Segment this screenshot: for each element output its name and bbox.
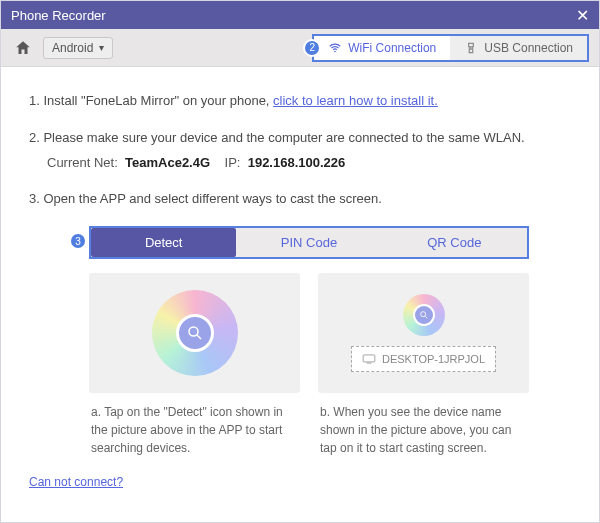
svg-rect-4 bbox=[363, 355, 375, 362]
cast-tab-detect[interactable]: Detect bbox=[91, 228, 236, 257]
cast-tab-pin[interactable]: PIN Code bbox=[236, 228, 381, 257]
close-icon[interactable]: ✕ bbox=[576, 6, 589, 25]
device-chip: DESKTOP-1JRPJOL bbox=[351, 346, 496, 372]
instruction-2: 2. Please make sure your device and the … bbox=[29, 128, 571, 174]
platform-selected: Android bbox=[52, 41, 93, 55]
device-name: DESKTOP-1JRPJOL bbox=[382, 353, 485, 365]
cast-tab-qr[interactable]: QR Code bbox=[382, 228, 527, 257]
svg-point-3 bbox=[420, 312, 425, 317]
ip-value: 192.168.100.226 bbox=[248, 155, 346, 170]
detect-icon-small bbox=[413, 304, 435, 326]
current-net-label: Current Net: bbox=[47, 155, 118, 170]
detect-illustration-b: DESKTOP-1JRPJOL bbox=[318, 273, 529, 393]
svg-rect-1 bbox=[469, 43, 474, 47]
install-help-link[interactable]: click to learn how to install it. bbox=[273, 93, 438, 108]
step-badge-2: 2 bbox=[303, 39, 321, 57]
home-icon bbox=[14, 39, 32, 57]
wifi-connection-label: WiFi Connection bbox=[348, 41, 436, 55]
monitor-icon bbox=[362, 354, 376, 364]
wifi-icon bbox=[328, 41, 342, 55]
caption-b: b. When you see the device name shown in… bbox=[318, 403, 529, 457]
usb-icon bbox=[464, 41, 478, 55]
connection-type-group: WiFi Connection USB Connection bbox=[312, 34, 589, 62]
color-ring-icon-small bbox=[403, 294, 445, 336]
svg-point-2 bbox=[189, 327, 198, 336]
instruction-1: 1. Install "FoneLab Mirror" on your phon… bbox=[29, 91, 571, 112]
usb-connection-tab[interactable]: USB Connection bbox=[450, 36, 587, 60]
platform-select[interactable]: Android ▾ bbox=[43, 37, 113, 59]
detect-illustration-a bbox=[89, 273, 300, 393]
detect-icon bbox=[176, 314, 214, 352]
instruction-3: 3. Open the APP and select different way… bbox=[29, 189, 571, 210]
caption-a: a. Tap on the "Detect" icon shown in the… bbox=[89, 403, 300, 457]
current-net-value: TeamAce2.4G bbox=[125, 155, 210, 170]
usb-connection-label: USB Connection bbox=[484, 41, 573, 55]
wifi-connection-tab[interactable]: WiFi Connection bbox=[314, 36, 450, 60]
home-button[interactable] bbox=[11, 36, 35, 60]
svg-point-0 bbox=[334, 50, 336, 52]
window-title: Phone Recorder bbox=[11, 8, 106, 23]
chevron-down-icon: ▾ bbox=[99, 42, 104, 53]
step-badge-3: 3 bbox=[69, 232, 87, 250]
detect-step-b: DESKTOP-1JRPJOL b. When you see the devi… bbox=[318, 273, 529, 457]
ip-label: IP: bbox=[225, 155, 241, 170]
cast-method-tabs: Detect PIN Code QR Code bbox=[89, 226, 529, 259]
detect-step-a: a. Tap on the "Detect" icon shown in the… bbox=[89, 273, 300, 457]
color-ring-icon bbox=[152, 290, 238, 376]
cannot-connect-link[interactable]: Can not connect? bbox=[29, 475, 123, 489]
